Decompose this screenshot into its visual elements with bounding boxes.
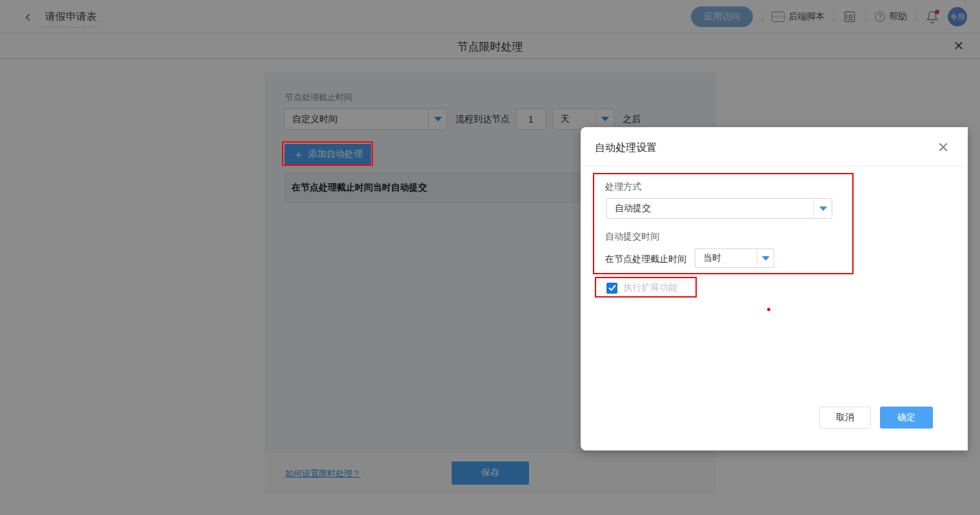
cancel-button[interactable]: 取消 <box>819 407 871 429</box>
method-label: 处理方式 <box>605 181 641 193</box>
method-select[interactable]: 自动提交 <box>606 198 832 219</box>
time-prefix-label: 在节点处理截止时间 <box>605 254 686 265</box>
annotation-dot <box>767 308 770 311</box>
chevron-down-icon <box>819 207 827 211</box>
auto-process-settings-dialog: 自动处理设置 ✕ 处理方式 自动提交 自动提交时间 在节点处理截止时间 当时 执… <box>581 127 968 450</box>
chevron-down-icon <box>762 256 770 261</box>
checkbox-checked-icon[interactable] <box>606 283 617 294</box>
dialog-title: 自动处理设置 <box>595 141 657 155</box>
confirm-button[interactable]: 确定 <box>880 407 933 429</box>
auto-submit-time-label: 自动提交时间 <box>605 231 659 243</box>
time-value: 当时 <box>695 252 757 264</box>
divider <box>581 166 968 167</box>
method-value: 自动提交 <box>607 203 814 214</box>
dialog-close-icon[interactable]: ✕ <box>935 140 951 156</box>
check-icon <box>608 285 616 291</box>
extended-function-option[interactable]: 执行扩展功能 <box>606 282 677 294</box>
time-select[interactable]: 当时 <box>695 248 774 268</box>
extended-function-label: 执行扩展功能 <box>623 282 677 294</box>
